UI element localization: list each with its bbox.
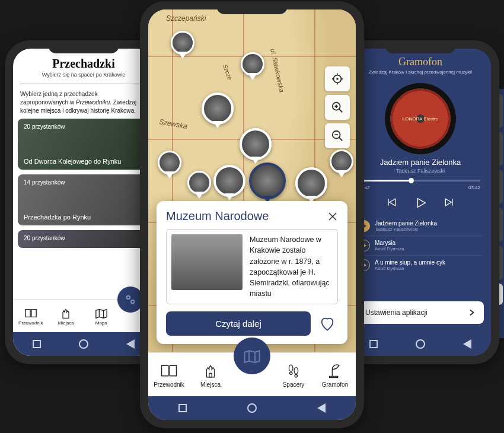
map-icon [243,348,261,364]
back-icon[interactable] [316,403,327,413]
android-nav [350,332,491,356]
playlist-item[interactable]: MarysiaAdolf Dymsza [358,235,483,255]
now-playing-title: Jadziem panie Zielonka [350,158,491,167]
map-pin-selected[interactable] [249,163,286,199]
walk-card[interactable]: 14 przystanków Przechadzka po Rynku [18,174,149,225]
tab-miejsca[interactable]: Miejsca [190,361,231,388]
map-icon [84,306,119,320]
place-photo [171,234,243,290]
place-description: Muzeum Narodowe w Krakowie zostało założ… [250,234,333,299]
prev-track-button[interactable] [385,196,397,209]
tab-spacery[interactable]: Spacery [273,361,314,388]
svg-point-7 [289,365,293,371]
map-pin[interactable] [241,52,264,76]
castle-icon [190,361,231,380]
favorite-button[interactable] [317,313,338,335]
chevron-right-icon [467,308,476,317]
settings-button[interactable]: Ustawienia aplikacji [357,301,484,324]
record-label: LONORA Electro [403,116,438,122]
tab-bar: Przewodnik Miejsca Spacery Gramofon [148,352,356,396]
tab-mapa[interactable]: Mapa [84,306,119,326]
recents-icon[interactable] [368,339,379,349]
walk-stops: 20 przystanków [24,235,65,241]
walks-list[interactable]: 20 przystanków Od Dworca Kolejowego do R… [13,119,154,299]
walk-name: Od Dworca Kolejowego do Rynku [24,158,121,165]
page-subtitle: Wybierz się na spacer po Krakowie [18,72,149,78]
tab-przewodnik[interactable]: Przewodnik [148,361,190,388]
close-button[interactable] [327,211,338,222]
walk-stops: 14 przystanków [24,179,65,186]
crosshair-icon [331,72,344,85]
book-icon [148,361,190,380]
play-button[interactable] [414,196,427,209]
tab-bar: Przewodnik Miejsca Mapa [13,299,154,332]
map-pin[interactable] [158,151,181,174]
map-pin[interactable] [213,165,245,197]
svg-point-0 [127,296,130,300]
footsteps-icon [273,361,314,380]
home-icon[interactable] [78,339,89,349]
close-icon [327,211,338,222]
svg-point-3 [336,78,339,80]
record-disc: LONORA Electro [385,83,456,154]
home-icon[interactable] [247,403,257,413]
phone-map: Szczepański ul. Sławkowska Szewska Szcze [140,1,364,428]
android-nav [13,332,154,356]
android-nav [148,396,356,420]
walk-card[interactable]: 20 przystanków [18,230,149,248]
next-track-button[interactable] [444,196,455,209]
tab-gramofon[interactable]: Gramofon [314,361,356,388]
now-playing-artist: Tadeusz Faliszewski [350,168,491,174]
back-icon[interactable] [462,339,473,349]
svg-point-1 [131,300,135,304]
street-label: Szczepański [166,14,206,23]
walk-card[interactable]: 20 przystanków Od Dworca Kolejowego do R… [18,119,149,170]
gramophone-icon [314,361,356,380]
tab-miejsca[interactable]: Miejsca [49,306,84,326]
back-icon[interactable] [125,339,136,349]
map-pin[interactable] [295,167,327,199]
active-tab-bubble[interactable] [234,338,270,374]
notch [48,40,119,53]
phone-walks: Przechadzki Wybierz się na spacer po Kra… [5,40,162,364]
svg-rect-6 [209,373,212,377]
recents-icon[interactable] [177,403,188,413]
playlist: Jadziem panie ZielonkaTadeusz Faliszewsk… [350,216,491,275]
intro-text: Wybierz jedną z przechadzek zaproponowan… [13,87,154,119]
walk-name: Przechadzka po Rynku [24,214,91,221]
notch [216,1,288,14]
map-pin[interactable] [187,171,211,195]
home-icon[interactable] [415,339,426,349]
page-subtitle: Zwiedzaj Kraków i słuchaj przedwojennej … [352,69,489,75]
map[interactable]: Szczepański ul. Sławkowska Szewska Szcze [148,9,356,352]
locate-button[interactable] [325,66,350,91]
page-title: Przechadzki [18,57,149,71]
map-pin[interactable] [202,93,234,125]
progress-bar[interactable] [361,180,480,182]
place-info-card: Muzeum Narodowe Muzeum Narodowe w Krakow… [157,201,347,344]
map-pin[interactable] [330,149,353,173]
zoom-in-icon [331,101,344,114]
map-pin[interactable] [171,31,194,55]
heart-icon [318,316,336,332]
playlist-item[interactable]: Jadziem panie ZielonkaTadeusz Faliszewsk… [358,216,483,235]
page-title: Gramofon [352,56,489,68]
zoom-out-icon [331,129,344,142]
svg-point-8 [290,372,292,374]
notch [385,40,456,53]
walk-stops: 20 przystanków [24,123,65,130]
time-total: 03:42 [468,185,480,190]
book-icon [13,306,49,320]
read-more-button[interactable]: Czytaj dalej [166,311,311,336]
recents-icon[interactable] [31,339,42,349]
map-pin[interactable] [240,128,272,160]
zoom-in-button[interactable] [325,95,350,120]
svg-point-10 [295,375,297,377]
tab-przewodnik[interactable]: Przewodnik [13,306,49,326]
playlist-item[interactable]: A u mine siup, a umnie cykAdolf Dymsza [358,255,483,275]
castle-icon [49,306,84,320]
phone-gramofon: Gramofon Zwiedzaj Kraków i słuchaj przed… [342,40,499,364]
place-title: Muzeum Narodowe [166,209,269,223]
zoom-out-button[interactable] [325,123,350,148]
svg-point-9 [294,368,298,374]
